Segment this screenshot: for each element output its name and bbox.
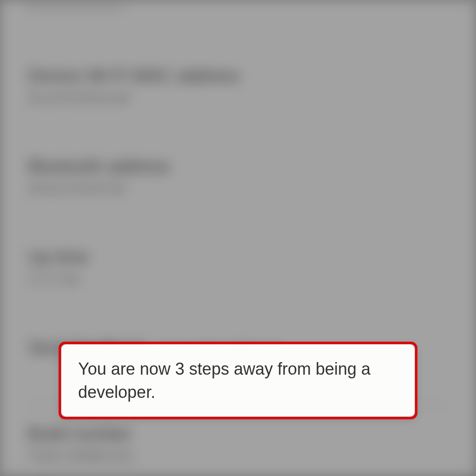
developer-toast: You are now 3 steps away from being a de…: [61, 344, 415, 416]
toast-message: You are now 3 steps away from being a de…: [78, 357, 398, 403]
toast-container: You are now 3 steps away from being a de…: [61, 344, 415, 416]
